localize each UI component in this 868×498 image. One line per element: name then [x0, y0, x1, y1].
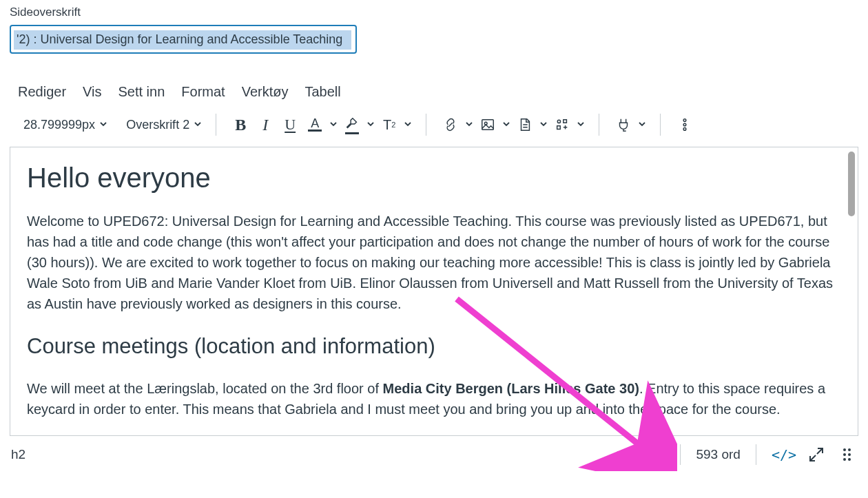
editor-area[interactable]: Hello everyone Welcome to UPED672: Unive… — [10, 147, 858, 436]
keyboard-icon[interactable] — [614, 444, 634, 465]
svg-rect-0 — [482, 120, 494, 130]
status-divider — [680, 444, 681, 465]
chevron-down-icon[interactable] — [366, 117, 375, 132]
menu-view[interactable]: Vis — [83, 84, 101, 100]
word-count[interactable]: 593 ord — [696, 447, 740, 462]
page-title-input[interactable] — [10, 25, 357, 54]
status-divider — [756, 444, 756, 465]
menu-table[interactable]: Tabell — [304, 84, 340, 100]
document-button[interactable] — [515, 114, 535, 135]
field-label: Sideoverskrift — [10, 6, 858, 19]
editor-menubar: Rediger Vis Sett inn Format Verktøy Tabe… — [10, 84, 858, 100]
link-button[interactable] — [440, 114, 461, 135]
fullscreen-button[interactable] — [806, 444, 827, 465]
menu-edit[interactable]: Rediger — [18, 84, 66, 100]
text-span: We will meet at the Læringslab, located … — [27, 381, 383, 396]
svg-rect-7 — [617, 452, 631, 460]
chevron-down-icon[interactable] — [329, 117, 338, 132]
accessibility-checker-icon[interactable] — [644, 444, 665, 465]
editor-toolbar: 28.799999px Overskrift 2 B I U A T2 — [10, 114, 858, 136]
doc-paragraph-1: Welcome to UPED672: Universal Design for… — [27, 211, 841, 314]
html-editor-button[interactable]: </> — [772, 446, 796, 463]
scrollbar[interactable] — [848, 152, 855, 433]
chevron-down-icon[interactable] — [577, 117, 585, 132]
chevron-down-icon[interactable] — [99, 117, 107, 132]
menu-insert[interactable]: Sett inn — [118, 84, 165, 100]
svg-point-3 — [683, 119, 686, 122]
svg-point-5 — [683, 128, 686, 131]
svg-point-2 — [557, 120, 560, 123]
doc-heading-1: Hello everyone — [27, 157, 841, 198]
highlight-color-button[interactable] — [342, 114, 362, 135]
doc-paragraph-2: We will meet at the Læringslab, located … — [27, 378, 841, 419]
chevron-down-icon[interactable] — [638, 117, 646, 132]
chevron-down-icon[interactable] — [502, 117, 510, 132]
chevron-down-icon[interactable] — [404, 117, 412, 132]
superscript-button[interactable]: T2 — [379, 114, 400, 135]
toolbar-divider — [216, 114, 216, 136]
underline-button[interactable]: U — [280, 114, 300, 135]
toolbar-divider — [426, 114, 426, 136]
doc-heading-2: Course meetings (location and informatio… — [27, 331, 841, 363]
bold-span: Media City Bergen (Lars Hilles Gate 30) — [383, 381, 639, 396]
italic-button[interactable]: I — [255, 114, 276, 135]
more-button[interactable] — [674, 114, 695, 135]
svg-point-4 — [683, 123, 686, 126]
chevron-down-icon[interactable] — [539, 117, 548, 132]
document-body[interactable]: Hello everyone Welcome to UPED672: Unive… — [10, 147, 858, 435]
bold-button[interactable]: B — [230, 114, 251, 135]
image-button[interactable] — [477, 114, 498, 135]
editor-statusbar: h2 593 ord </> — [10, 444, 858, 465]
chevron-down-icon[interactable] — [465, 117, 473, 132]
fontsize-select[interactable]: 28.799999px — [23, 118, 95, 132]
svg-point-9 — [654, 450, 656, 453]
chevron-down-icon[interactable] — [194, 117, 202, 132]
plugin-button[interactable] — [613, 114, 634, 135]
menu-tools[interactable]: Verktøy — [242, 84, 289, 100]
toolbar-divider — [660, 114, 661, 136]
paragraph-style-select[interactable]: Overskrift 2 — [126, 118, 189, 132]
element-path[interactable]: h2 — [11, 447, 25, 462]
text-color-button[interactable]: A — [304, 114, 325, 135]
menu-format[interactable]: Format — [181, 84, 225, 100]
apps-button[interactable] — [552, 114, 572, 135]
resize-handle[interactable] — [836, 444, 857, 465]
toolbar-divider — [599, 114, 599, 136]
